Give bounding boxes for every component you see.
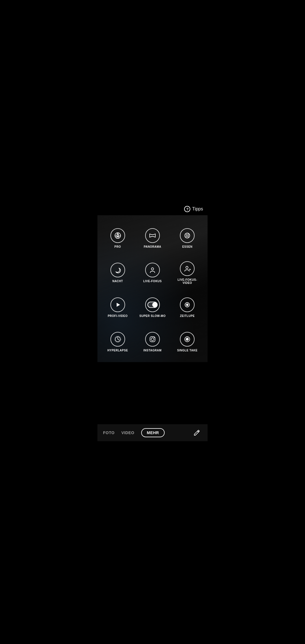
tipps-label: Tipps	[192, 206, 203, 212]
super-slow-mo-label: SUPER SLOW-MO	[140, 314, 166, 317]
svg-point-27	[154, 337, 155, 338]
singletake-icon	[183, 335, 191, 343]
mode-pro[interactable]: PRO	[100, 221, 135, 256]
mode-zeitlupe[interactable]: ZEITLUPE	[170, 290, 205, 325]
svg-marker-15	[189, 269, 191, 270]
mode-live-fokus-video[interactable]: LIVE-FOKUS- VIDEO	[170, 256, 205, 290]
panorama-label: PANORAMA	[144, 245, 161, 248]
portrait-icon	[149, 266, 156, 274]
slowmo-record-icon	[183, 301, 191, 309]
profi-video-icon-circle	[110, 297, 125, 312]
super-slow-mo-icon-circle	[145, 297, 160, 312]
mode-nacht[interactable]: NACHT	[100, 256, 135, 290]
svg-marker-16	[117, 303, 120, 307]
zeitlupe-icon-circle	[180, 297, 195, 312]
toggle-icon	[147, 302, 158, 308]
mode-single-take[interactable]: SINGLE TAKE	[170, 325, 205, 360]
mode-live-fokus[interactable]: LIVE-FOKUS	[135, 256, 170, 290]
mode-instagram[interactable]: INSTAGRAM	[135, 325, 170, 360]
svg-point-29	[186, 338, 189, 341]
live-fokus-label: LIVE-FOKUS	[143, 280, 162, 283]
svg-point-26	[151, 338, 154, 341]
profi-video-label: PROFI-VIDEO	[108, 314, 128, 317]
live-fokus-video-label: LIVE-FOKUS- VIDEO	[178, 278, 197, 284]
essen-icon-circle	[180, 228, 195, 243]
svg-line-23	[118, 339, 119, 340]
mode-profi-video[interactable]: PROFI-VIDEO	[100, 290, 135, 325]
tipps-button[interactable]: ? Tipps	[184, 206, 203, 212]
nacht-label: NACHT	[112, 280, 123, 283]
svg-point-18	[152, 303, 157, 307]
tab-foto[interactable]: FOTO	[103, 429, 115, 436]
modes-grid: PRO PANORAMA	[97, 215, 208, 362]
panorama-icon	[149, 232, 156, 240]
edit-icon	[193, 429, 200, 436]
bottom-bar: FOTO VIDEO MEHR	[97, 424, 208, 441]
hyperlapse-icon-circle	[110, 332, 125, 347]
clock-icon	[114, 335, 122, 343]
svg-point-20	[186, 304, 188, 306]
pro-icon-circle	[110, 228, 125, 243]
mode-hyperlapse[interactable]: HYPERLAPSE	[100, 325, 135, 360]
svg-point-14	[186, 266, 188, 269]
live-fokus-icon-circle	[145, 263, 160, 277]
play-icon	[114, 301, 122, 309]
viewfinder: PRO PANORAMA	[97, 215, 208, 362]
hyperlapse-label: HYPERLAPSE	[107, 349, 128, 352]
camera-app: ? Tipps	[97, 203, 208, 441]
panorama-icon-circle	[145, 228, 160, 243]
mode-super-slow-mo[interactable]: SUPER SLOW-MO	[135, 290, 170, 325]
mode-panorama[interactable]: PANORAMA	[135, 221, 170, 256]
instagram-icon	[149, 335, 156, 343]
aperture-icon	[114, 232, 122, 240]
edit-button[interactable]	[192, 428, 202, 438]
mode-essen[interactable]: ESSEN	[170, 221, 205, 256]
live-fokus-video-icon-circle	[180, 261, 195, 276]
pro-label: PRO	[114, 245, 121, 248]
instagram-label: INSTAGRAM	[143, 349, 162, 352]
moon-icon	[114, 266, 122, 274]
food-icon	[183, 232, 191, 240]
tab-video[interactable]: VIDEO	[121, 429, 134, 436]
zeitlupe-label: ZEITLUPE	[180, 314, 195, 317]
svg-point-13	[151, 268, 154, 270]
portrait-video-icon	[183, 265, 191, 273]
single-take-label: SINGLE TAKE	[177, 349, 197, 352]
tab-mehr[interactable]: MEHR	[141, 428, 165, 437]
status-bar: ? Tipps	[97, 203, 208, 215]
help-icon: ?	[184, 206, 190, 212]
single-take-icon-circle	[180, 332, 195, 347]
essen-label: ESSEN	[182, 245, 192, 248]
nacht-icon-circle	[110, 263, 125, 277]
instagram-icon-circle	[145, 332, 160, 347]
